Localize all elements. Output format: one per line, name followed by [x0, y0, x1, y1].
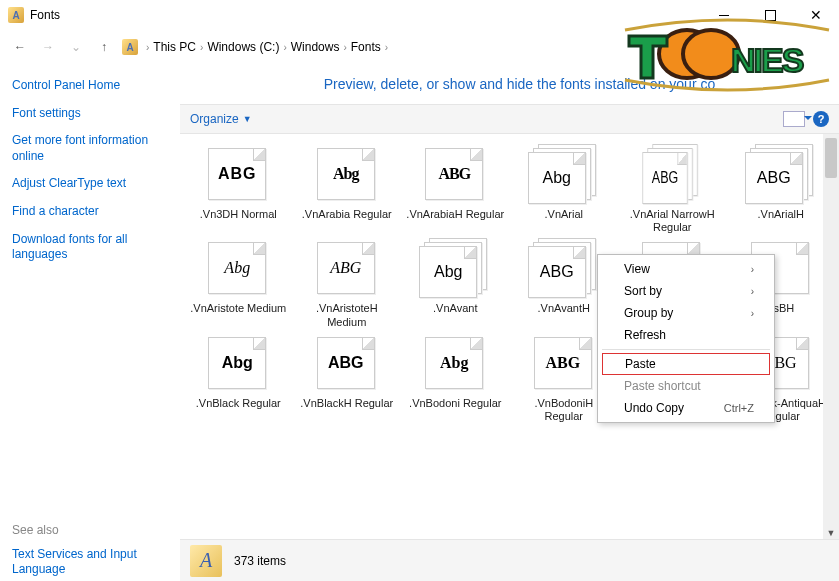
- menu-paste[interactable]: Paste: [602, 353, 770, 375]
- sidebar-see-also-link[interactable]: Text Services and Input Language: [12, 547, 168, 578]
- content-header: Preview, delete, or show and hide the fo…: [180, 64, 839, 104]
- chevron-right-icon: ›: [283, 42, 286, 53]
- font-label: .VnArial: [544, 208, 583, 221]
- font-thumbnail: Abg: [202, 333, 274, 393]
- font-thumbnail: ABG: [202, 144, 274, 204]
- sidebar-link[interactable]: Find a character: [12, 204, 168, 220]
- vertical-scrollbar[interactable]: ▲ ▼: [823, 134, 839, 541]
- font-thumbnail: ABG: [636, 144, 708, 204]
- font-thumbnail: ABG: [419, 144, 491, 204]
- font-thumbnail: Abg: [311, 144, 383, 204]
- chevron-right-icon: ›: [146, 42, 149, 53]
- scroll-thumb[interactable]: [825, 138, 837, 178]
- font-item[interactable]: ABG.Vn3DH Normal: [186, 144, 291, 234]
- font-item[interactable]: ABG.VnArialH: [729, 144, 834, 234]
- font-thumbnail: Abg: [528, 144, 600, 204]
- font-thumbnail: ABG: [311, 333, 383, 393]
- font-item[interactable]: ABG.VnBlackH Regular: [295, 333, 400, 423]
- font-item[interactable]: Abg.VnAvant: [403, 238, 508, 328]
- recent-dropdown[interactable]: ⌄: [66, 37, 86, 57]
- sidebar-link[interactable]: Adjust ClearType text: [12, 176, 168, 192]
- sidebar-link[interactable]: Font settings: [12, 106, 168, 122]
- maximize-button[interactable]: [747, 0, 793, 30]
- menu-label: Undo Copy: [624, 401, 684, 415]
- up-button[interactable]: ↑: [94, 37, 114, 57]
- font-label: .VnBlackH Regular: [300, 397, 393, 410]
- chevron-down-icon: ▼: [243, 114, 252, 124]
- back-button[interactable]: ←: [10, 37, 30, 57]
- font-thumbnail: Abg: [419, 238, 491, 298]
- organize-button[interactable]: Organize ▼: [190, 112, 252, 126]
- menu-label: View: [624, 262, 650, 276]
- chevron-right-icon: ›: [200, 42, 203, 53]
- menu-sort-by[interactable]: Sort by ›: [600, 280, 772, 302]
- font-thumbnail: ABG: [528, 238, 600, 298]
- menu-label: Paste shortcut: [624, 379, 701, 393]
- breadcrumb-item[interactable]: This PC: [153, 40, 196, 54]
- status-bar: A 373 items: [180, 539, 839, 581]
- menu-label: Paste: [625, 357, 656, 371]
- menu-refresh[interactable]: Refresh: [600, 324, 772, 346]
- font-label: .VnAvantH: [538, 302, 590, 315]
- app-icon: A: [8, 7, 24, 23]
- sidebar-link[interactable]: Get more font information online: [12, 133, 168, 164]
- fonts-folder-icon: A: [190, 545, 222, 577]
- nav-bar: ← → ⌄ ↑ A › This PC › Windows (C:) › Win…: [0, 30, 839, 64]
- chevron-right-icon: ›: [751, 286, 754, 297]
- menu-label: Group by: [624, 306, 673, 320]
- font-item[interactable]: Abg.VnBodoni Regular: [403, 333, 508, 423]
- menu-group-by[interactable]: Group by ›: [600, 302, 772, 324]
- font-label: .VnBlack Regular: [196, 397, 281, 410]
- breadcrumb-item[interactable]: Fonts: [351, 40, 381, 54]
- font-label: .VnAristoteH Medium: [297, 302, 397, 328]
- font-item[interactable]: ABG.VnArabiaH Regular: [403, 144, 508, 234]
- font-thumbnail: ABG: [311, 238, 383, 298]
- chevron-right-icon: ›: [343, 42, 346, 53]
- breadcrumb-item[interactable]: Windows (C:): [207, 40, 279, 54]
- see-also-label: See also: [12, 523, 168, 537]
- help-icon[interactable]: ?: [813, 111, 829, 127]
- font-item[interactable]: Abg.VnArabia Regular: [295, 144, 400, 234]
- font-item[interactable]: ABG.VnArial NarrowH Regular: [620, 144, 725, 234]
- font-label: .VnAvant: [433, 302, 477, 315]
- chevron-right-icon: ›: [751, 308, 754, 319]
- menu-shortcut: Ctrl+Z: [724, 402, 754, 414]
- font-thumbnail: ABG: [745, 144, 817, 204]
- sidebar-home[interactable]: Control Panel Home: [12, 78, 168, 94]
- menu-view[interactable]: View ›: [600, 258, 772, 280]
- font-thumbnail: ABG: [528, 333, 600, 393]
- font-item[interactable]: Abg.VnArial: [512, 144, 617, 234]
- menu-undo-copy[interactable]: Undo Copy Ctrl+Z: [600, 397, 772, 419]
- font-label: .VnBodoni Regular: [409, 397, 501, 410]
- sidebar: Control Panel Home Font settings Get mor…: [0, 64, 180, 581]
- organize-label: Organize: [190, 112, 239, 126]
- menu-separator: [602, 349, 770, 350]
- view-options-button[interactable]: [783, 111, 805, 127]
- font-label: .VnAristote Medium: [190, 302, 286, 315]
- minimize-button[interactable]: [701, 0, 747, 30]
- context-menu: View › Sort by › Group by › Refresh Past…: [597, 254, 775, 423]
- font-item[interactable]: ABG.VnAristoteH Medium: [295, 238, 400, 328]
- font-item[interactable]: Abg.VnBlack Regular: [186, 333, 291, 423]
- breadcrumb[interactable]: › This PC › Windows (C:) › Windows › Fon…: [146, 40, 388, 54]
- font-label: .Vn3DH Normal: [200, 208, 277, 221]
- font-label: .VnArialH: [758, 208, 804, 221]
- toolbar: Organize ▼ ?: [180, 104, 839, 134]
- font-label: .VnArial NarrowH Regular: [622, 208, 722, 234]
- close-button[interactable]: ✕: [793, 0, 839, 30]
- menu-label: Refresh: [624, 328, 666, 342]
- sidebar-link[interactable]: Download fonts for all languages: [12, 232, 168, 263]
- window-title: Fonts: [30, 8, 60, 22]
- font-item[interactable]: Abg.VnAristote Medium: [186, 238, 291, 328]
- status-count: 373 items: [234, 554, 286, 568]
- menu-label: Sort by: [624, 284, 662, 298]
- chevron-right-icon: ›: [385, 42, 388, 53]
- forward-button[interactable]: →: [38, 37, 58, 57]
- window-controls: ✕: [701, 0, 839, 30]
- menu-paste-shortcut: Paste shortcut: [600, 375, 772, 397]
- font-thumbnail: Abg: [419, 333, 491, 393]
- breadcrumb-item[interactable]: Windows: [291, 40, 340, 54]
- font-label: .VnArabia Regular: [302, 208, 392, 221]
- address-icon: A: [122, 39, 138, 55]
- font-thumbnail: Abg: [202, 238, 274, 298]
